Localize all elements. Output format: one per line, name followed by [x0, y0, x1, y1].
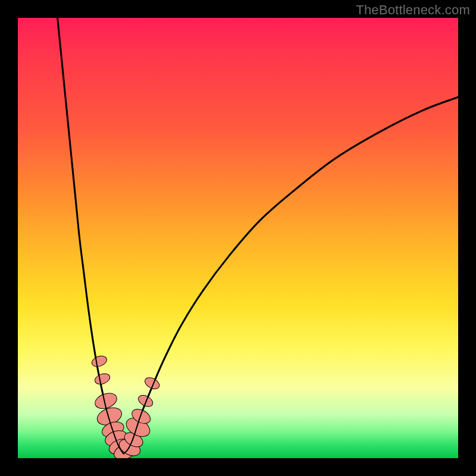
curve-right-branch — [124, 97, 458, 453]
data-marker — [136, 393, 155, 409]
data-marker — [93, 372, 111, 386]
curve-layer — [18, 18, 458, 458]
curve-left-branch — [58, 18, 124, 454]
data-marker — [90, 354, 108, 368]
chart-frame: TheBottleneck.com — [0, 0, 476, 476]
watermark-text: TheBottleneck.com — [356, 2, 470, 18]
curve-right-branch — [124, 97, 458, 453]
curve-left-branch — [58, 18, 124, 454]
plot-area — [18, 18, 458, 458]
